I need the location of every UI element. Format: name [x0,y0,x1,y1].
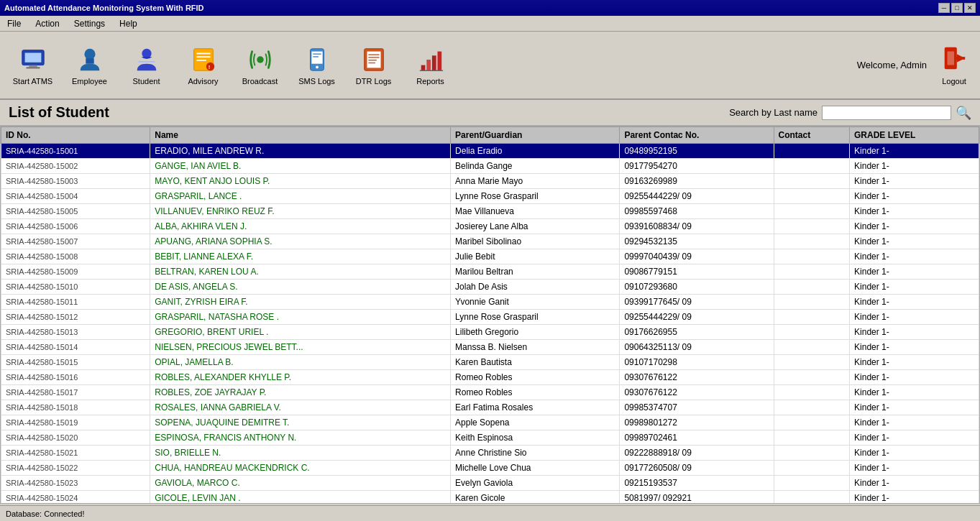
svg-rect-2 [29,65,37,67]
table-row[interactable]: SRIA-442580-15012GRASPARIL, NATASHA ROSE… [1,310,979,325]
reports-label: Reports [416,77,444,86]
employee-button[interactable]: Employee [63,36,116,95]
menu-file[interactable]: File [3,17,25,30]
col-name: Name [150,127,451,144]
advisory-icon: ! [189,45,218,74]
maximize-button[interactable]: □ [951,3,963,13]
start-atms-button[interactable]: Start ATMS [6,36,60,95]
cell-contact1: 09985597468 [620,204,774,219]
cell-grade: Kinder 1- [850,144,979,159]
student-table: ID No. Name Parent/Guardian Parent Conta… [1,126,979,504]
cell-name: GAVIOLA, MARCO C. [150,476,451,491]
cell-parent: Anne Christine Sio [451,446,620,461]
table-row[interactable]: SRIA-442580-15001ERADIO, MILE ANDREW R.D… [1,144,979,159]
table-row[interactable]: SRIA-442580-15024GICOLE, LEVIN JAN .Kare… [1,491,979,504]
minimize-button[interactable]: ─ [938,3,950,13]
table-row[interactable]: SRIA-442580-15020ESPINOSA, FRANCIS ANTHO… [1,430,979,446]
col-contact2: Contact [774,127,850,144]
cell-id: SRIA-442580-15007 [1,234,150,249]
svg-rect-19 [313,56,319,57]
table-row[interactable]: SRIA-442580-15006ALBA, AKHIRA VLEN J.Jos… [1,219,979,234]
svg-rect-27 [426,60,431,70]
table-row[interactable]: SRIA-442580-15016ROBLES, ALEXANDER KHYLL… [1,370,979,385]
table-row[interactable]: SRIA-442580-15017ROBLES, ZOE JAYRAJAY P.… [1,385,979,400]
search-input[interactable] [822,106,951,120]
svg-rect-24 [368,60,376,60]
cell-parent: Anna Marie Mayo [451,174,620,189]
cell-contact1: 09107170298 [620,355,774,370]
sms-logs-button[interactable]: SMS Logs [290,36,344,95]
cell-parent: Lynne Rose Grasparil [451,310,620,325]
table-row[interactable]: SRIA-442580-15003MAYO, KENT ANJO LOUIS P… [1,174,979,189]
table-row[interactable]: SRIA-442580-15022CHUA, HANDREAU MACKENDR… [1,461,979,476]
cell-parent: Apple Sopena [451,415,620,430]
svg-rect-23 [368,57,379,57]
table-row[interactable]: SRIA-442580-15011GANIT, ZYRISH EIRA F.Yv… [1,295,979,310]
menu-settings[interactable]: Settings [70,17,109,30]
broadcast-button[interactable]: Broadcast [233,36,287,95]
cell-contact2 [774,174,850,189]
dtr-logs-button[interactable]: DTR Logs [347,36,400,95]
cell-parent: Julie Bebit [451,249,620,264]
menu-action[interactable]: Action [31,17,63,30]
cell-contact1: 09215193537 [620,476,774,491]
cell-id: SRIA-442580-15011 [1,295,150,310]
table-row[interactable]: SRIA-442580-15004GRASPARIL, LANCE .Lynne… [1,189,979,204]
logout-icon [940,45,968,77]
cell-id: SRIA-442580-15021 [1,446,150,461]
table-row[interactable]: SRIA-442580-15002GANGE, IAN AVIEL B.Beli… [1,159,979,174]
table-row[interactable]: SRIA-442580-15019SOPENA, JUAQUINE DEMITR… [1,415,979,430]
svg-point-6 [142,48,151,57]
student-button[interactable]: Student [119,36,173,95]
student-icon [132,45,161,74]
cell-id: SRIA-442580-15006 [1,219,150,234]
svg-rect-7 [138,60,155,62]
cell-grade: Kinder 1- [850,310,979,325]
table-row[interactable]: SRIA-442580-15021SIO, BRIELLE N.Anne Chr… [1,446,979,461]
cell-parent: Romeo Robles [451,370,620,385]
search-label: Search by Last name [729,107,818,118]
advisory-button[interactable]: ! Advisory [176,36,230,95]
table-row[interactable]: SRIA-442580-15015OPIAL, JAMELLA B.Karen … [1,355,979,370]
cell-contact1: 09391608834/ 09 [620,219,774,234]
cell-grade: Kinder 1- [850,264,979,280]
cell-id: SRIA-442580-15016 [1,370,150,385]
cell-name: OPIAL, JAMELLA B. [150,355,451,370]
table-row[interactable]: SRIA-442580-15009BELTRAN, KAREN LOU A.Ma… [1,264,979,280]
cell-id: SRIA-442580-15023 [1,476,150,491]
col-contact1: Parent Contac No. [620,127,774,144]
table-row[interactable]: SRIA-442580-15008BEBIT, LIANNE ALEXA F.J… [1,249,979,264]
search-icon[interactable]: 🔍 [956,105,971,121]
cell-name: ALBA, AKHIRA VLEN J. [150,219,451,234]
cell-parent: Belinda Gange [451,159,620,174]
table-row[interactable]: SRIA-442580-15007APUANG, ARIANA SOPHIA S… [1,234,979,249]
close-button[interactable]: ✕ [964,3,976,13]
svg-point-14 [257,56,264,63]
cell-contact1: 09307676122 [620,385,774,400]
cell-contact2 [774,295,850,310]
cell-name: DE ASIS, ANGELA S. [150,280,451,295]
logout-button[interactable]: Logout [934,41,974,89]
table-row[interactable]: SRIA-442580-15013GREGORIO, BRENT URIEL .… [1,325,979,340]
cell-parent: Josierey Lane Alba [451,219,620,234]
cell-name: ROBLES, ALEXANDER KHYLLE P. [150,370,451,385]
table-row[interactable]: SRIA-442580-15010DE ASIS, ANGELA S.Jolah… [1,280,979,295]
cell-grade: Kinder 1- [850,174,979,189]
table-row[interactable]: SRIA-442580-15005VILLANUEV, ENRIKO REUZ … [1,204,979,219]
dtr-logs-icon [360,45,388,74]
table-row[interactable]: SRIA-442580-15023GAVIOLA, MARCO C.Evelyn… [1,476,979,491]
table-row[interactable]: SRIA-442580-15018ROSALES, IANNA GABRIELA… [1,400,979,415]
reports-button[interactable]: Reports [403,36,457,95]
cell-parent: Karen Gicole [451,491,620,504]
cell-parent: Marilou Beltran [451,264,620,280]
table-row[interactable]: SRIA-442580-15014NIELSEN, PRECIOUS JEWEL… [1,340,979,355]
menu-bar: File Action Settings Help [0,16,980,32]
menu-help[interactable]: Help [115,17,142,30]
cell-id: SRIA-442580-15018 [1,400,150,415]
cell-parent: Michelle Love Chua [451,461,620,476]
employee-label: Employee [72,77,107,86]
cell-id: SRIA-442580-15019 [1,415,150,430]
title-bar: Automated Attendance Monitoring System W… [0,0,980,16]
cell-grade: Kinder 1- [850,400,979,415]
svg-point-12 [206,62,214,70]
